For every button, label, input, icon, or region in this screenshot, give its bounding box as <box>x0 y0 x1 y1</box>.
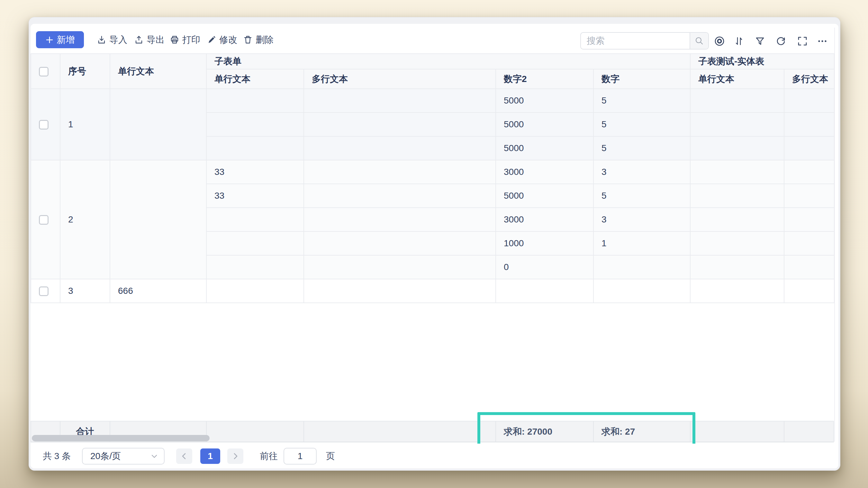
more-button[interactable] <box>815 34 829 48</box>
data-table: 序号 单行文本 子表单 子表测试-实体表 单行文本 多行文本 数字2 数字 单行… <box>31 53 835 303</box>
goto-page-input[interactable] <box>283 448 317 464</box>
next-page-button[interactable] <box>227 449 243 464</box>
cell-num2: 5000 <box>496 136 593 160</box>
cell-text: 666 <box>110 279 207 303</box>
sort-button[interactable] <box>732 34 746 48</box>
search-button[interactable] <box>689 33 708 49</box>
cell-ent-multitext <box>784 136 834 160</box>
cell-num <box>593 279 690 303</box>
filter-icon <box>754 35 766 47</box>
cell-text <box>110 160 207 279</box>
refresh-icon <box>775 35 787 47</box>
cell-seq: 2 <box>60 160 110 279</box>
current-page-button[interactable]: 1 <box>200 449 220 464</box>
cell-num: 5 <box>593 89 690 113</box>
prev-page-button[interactable] <box>176 449 192 464</box>
cell-sub-multitext <box>304 89 496 113</box>
export-label: 导出 <box>147 34 164 46</box>
cell-num: 5 <box>593 136 690 160</box>
search-box <box>580 32 709 50</box>
print-icon <box>170 35 179 45</box>
import-label: 导入 <box>109 34 127 46</box>
refresh-button[interactable] <box>774 34 787 48</box>
delete-button[interactable]: 删除 <box>243 33 274 46</box>
cell-sub-multitext <box>304 208 496 232</box>
app-window: 新增 导入 导出 打印 修改 <box>29 17 840 470</box>
summary-num2-sum: 求和: 27000 <box>496 422 594 442</box>
plus-icon <box>45 36 54 44</box>
import-icon <box>97 35 106 45</box>
cell-sub-multitext <box>304 279 496 303</box>
display-settings-button[interactable] <box>713 34 726 48</box>
cell-sub-multitext <box>304 113 496 136</box>
cell-seq: 3 <box>60 279 110 303</box>
cell-ent-text <box>690 232 784 255</box>
summary-sub-text-cell <box>207 422 304 442</box>
header-seq: 序号 <box>60 54 110 89</box>
cell-sub-text <box>207 279 304 303</box>
chevron-left-icon <box>180 452 188 460</box>
fullscreen-icon <box>797 35 808 47</box>
cell-ent-text <box>690 160 784 184</box>
row-select-cell <box>31 160 60 279</box>
total-count-label: 共 3 条 <box>43 444 71 468</box>
content-card: 新增 导入 导出 打印 修改 <box>31 24 838 468</box>
fullscreen-button[interactable] <box>796 34 809 48</box>
cell-sub-text <box>207 208 304 232</box>
cell-sub-text <box>207 89 304 113</box>
cell-sub-text <box>207 136 304 160</box>
modify-button[interactable]: 修改 <box>207 33 237 46</box>
chevron-down-icon <box>150 452 159 461</box>
cell-sub-multitext <box>304 136 496 160</box>
chevron-right-icon <box>231 452 240 460</box>
export-icon <box>134 35 144 45</box>
cell-num2: 5000 <box>496 184 593 208</box>
table-row: 1 5000 5 <box>31 89 834 113</box>
cell-ent-text <box>690 255 784 279</box>
cell-num2: 3000 <box>496 208 593 232</box>
goto-page-field <box>283 448 317 464</box>
sort-icon <box>733 35 745 47</box>
row-select-cell <box>31 279 60 303</box>
header-ent-text: 单行文本 <box>690 69 784 89</box>
add-button-label: 新增 <box>57 34 75 46</box>
delete-label: 删除 <box>255 34 274 46</box>
cell-ent-text <box>690 184 784 208</box>
cell-sub-text <box>207 113 304 136</box>
page-size-value: 20条/页 <box>90 450 121 462</box>
filter-button[interactable] <box>753 34 767 48</box>
cell-seq: 1 <box>60 89 110 160</box>
cell-sub-multitext <box>304 184 496 208</box>
summary-sub-multitext-cell <box>304 422 496 442</box>
page-size-select[interactable]: 20条/页 <box>82 448 164 464</box>
cell-text <box>110 89 207 160</box>
cell-ent-multitext <box>784 232 834 255</box>
page-unit-label: 页 <box>326 444 335 468</box>
header-text: 单行文本 <box>110 54 207 89</box>
search-input[interactable] <box>581 33 689 49</box>
scroll-gutter-line <box>834 28 835 442</box>
cell-num <box>593 255 690 279</box>
cell-num2: 1000 <box>496 232 593 255</box>
cell-ent-multitext <box>784 113 834 136</box>
row-checkbox[interactable] <box>39 120 49 129</box>
cell-sub-text: 33 <box>207 184 304 208</box>
row-checkbox[interactable] <box>39 286 49 296</box>
print-label: 打印 <box>182 34 200 46</box>
export-button[interactable]: 导出 <box>134 33 164 46</box>
cell-num2 <box>496 279 593 303</box>
print-button[interactable]: 打印 <box>170 33 200 46</box>
cell-num2: 5000 <box>496 113 593 136</box>
row-checkbox[interactable] <box>39 215 49 225</box>
header-group-subform: 子表单 <box>207 54 690 69</box>
horizontal-scrollbar-thumb[interactable] <box>32 435 210 441</box>
goto-label: 前往 <box>260 444 278 468</box>
header-ent-multitext: 多行文本 <box>784 69 834 89</box>
import-button[interactable]: 导入 <box>97 33 127 46</box>
table-row: 3 666 <box>31 279 834 303</box>
cell-sub-text <box>207 255 304 279</box>
add-button[interactable]: 新增 <box>36 31 84 48</box>
cell-num: 5 <box>593 113 690 136</box>
select-all-checkbox[interactable] <box>39 67 49 77</box>
cell-ent-multitext <box>784 184 834 208</box>
